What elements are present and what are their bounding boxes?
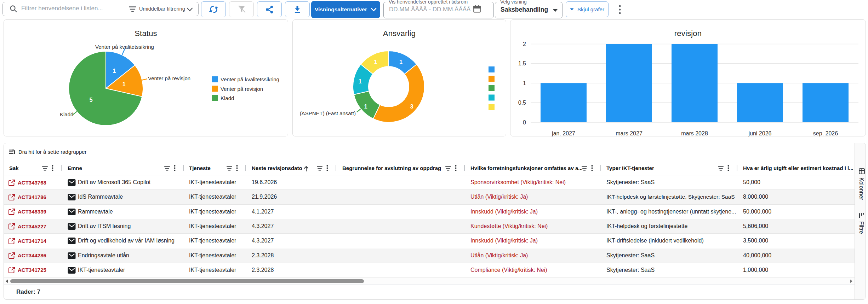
svg-text:mars 2027: mars 2027	[616, 130, 643, 136]
svg-text:3: 3	[410, 103, 413, 110]
svg-text:Venter på revisjon: Venter på revisjon	[148, 75, 190, 81]
svg-text:sep. 2026: sep. 2026	[813, 130, 838, 136]
svg-text:jan. 2027: jan. 2027	[552, 130, 575, 136]
svg-text:1: 1	[399, 59, 402, 65]
svg-text:1: 1	[374, 59, 377, 65]
svg-text:mars 2028: mars 2028	[681, 130, 708, 136]
svg-text:Kladd: Kladd	[60, 111, 73, 117]
svg-text:1: 1	[523, 80, 526, 86]
svg-text:Venter på kvalitetssikring: Venter på kvalitetssikring	[95, 44, 154, 50]
svg-text:1: 1	[358, 78, 361, 84]
svg-text:Venter på kvalitetssikring: Venter på kvalitetssikring	[221, 76, 279, 82]
svg-text:Venter på revisjon: Venter på revisjon	[221, 86, 263, 92]
svg-text:1: 1	[122, 81, 125, 87]
svg-text:Kladd: Kladd	[221, 95, 234, 101]
svg-text:5: 5	[89, 97, 92, 103]
svg-text:1: 1	[364, 103, 367, 110]
svg-text:2: 2	[523, 41, 526, 47]
svg-text:0: 0	[523, 119, 526, 125]
svg-text:1.5: 1.5	[518, 60, 526, 66]
svg-text:0.5: 0.5	[518, 100, 526, 106]
svg-text:1: 1	[113, 68, 116, 74]
svg-text:juni 2026: juni 2026	[748, 130, 772, 136]
svg-text:(ASPNET) (Fast ansatt): (ASPNET) (Fast ansatt)	[300, 110, 356, 116]
